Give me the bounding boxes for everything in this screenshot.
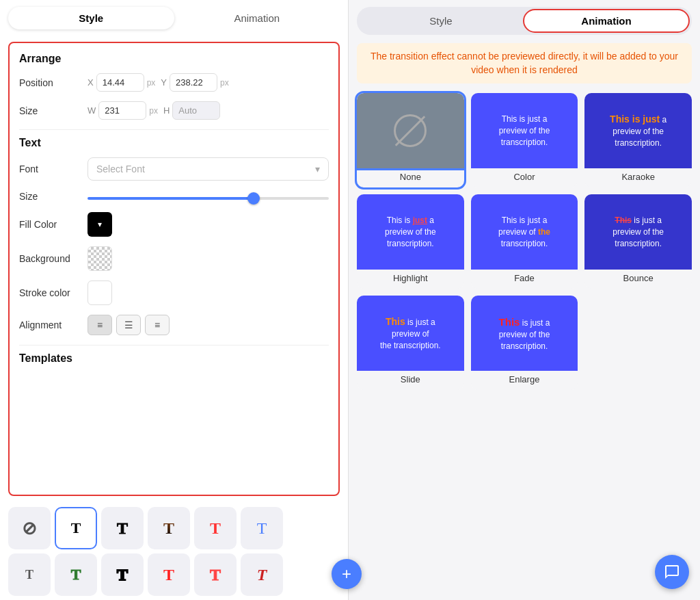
template-bold-black[interactable]: T [101, 507, 144, 549]
anim-highlight-text: This is just apreview of thetranscriptio… [381, 211, 440, 253]
template-none[interactable]: ⊘ [8, 507, 51, 549]
background-swatch[interactable] [88, 246, 112, 271]
template-green-bold[interactable]: T [55, 553, 97, 596]
position-inputs: X px Y px [88, 73, 229, 92]
template-plain[interactable]: T [55, 507, 97, 549]
chat-icon [664, 564, 680, 580]
style-section: Arrange Position X px Y px [8, 42, 340, 496]
tab-animation-left[interactable]: Animation [174, 7, 340, 29]
template-plain-icon: T [71, 519, 81, 537]
anim-fade-preview: This is just apreview of thetranscriptio… [471, 194, 578, 270]
template-italic-red-icon: T [257, 566, 267, 584]
anim-none-preview [357, 93, 464, 168]
anim-enlarge[interactable]: This is just apreview of thetranscriptio… [471, 296, 578, 390]
anim-highlight-preview: This is just apreview of thetranscriptio… [357, 194, 464, 270]
template-red-heavy[interactable]: T [148, 553, 190, 596]
anim-fade[interactable]: This is just apreview of thetranscriptio… [471, 194, 578, 289]
template-row-1: ⊘ T T T T T [8, 507, 340, 549]
anim-none[interactable]: None [357, 93, 464, 187]
no-icon [394, 114, 427, 147]
slide-this: This [386, 316, 405, 327]
anim-slide[interactable]: This is just apreview ofthe transcriptio… [357, 296, 464, 390]
animation-grid: None This is just apreview of thetranscr… [357, 93, 692, 390]
stroke-color-swatch[interactable] [88, 281, 112, 305]
h-input [172, 101, 220, 120]
left-tab-bar: Style Animation [0, 0, 348, 36]
anim-karaoke[interactable]: This is just apreview of thetranscriptio… [584, 93, 692, 187]
fill-color-row: Fill Color ▾ [19, 212, 329, 237]
template-blue-plain-icon: T [257, 519, 267, 538]
fade-word: the [538, 227, 550, 237]
template-small-plain[interactable]: T [8, 553, 51, 596]
anim-color[interactable]: This is just apreview of thetranscriptio… [471, 93, 578, 187]
align-center-button[interactable]: ☰ [116, 315, 141, 335]
right-panel: Style Animation The transition effect ca… [349, 0, 700, 600]
position-label: Position [19, 77, 88, 88]
fill-color-swatch[interactable]: ▾ [88, 212, 112, 237]
anim-bounce-preview: This is just apreview of thetranscriptio… [584, 194, 692, 270]
anim-fade-text: This is just apreview of thetranscriptio… [494, 211, 554, 253]
warning-banner: The transition effect cannot be previewe… [357, 43, 692, 83]
tab-style-right[interactable]: Style [359, 9, 523, 33]
template-black-heavy[interactable]: T [101, 553, 144, 596]
h-label: H [163, 105, 170, 116]
template-red-outline[interactable]: T [194, 507, 237, 549]
y-label: Y [161, 77, 167, 88]
y-input[interactable] [170, 73, 217, 92]
anim-bounce[interactable]: This is just apreview of thetranscriptio… [584, 194, 692, 289]
template-italic-red[interactable]: T [241, 553, 283, 596]
w-group: W px [88, 101, 158, 120]
alignment-buttons: ≡ ☰ ≡ [88, 315, 170, 335]
font-label: Font [19, 164, 88, 174]
template-blue-plain[interactable]: T [241, 507, 283, 549]
karaoke-highlight: This is just [610, 114, 660, 125]
text-size-row: Size [19, 190, 329, 203]
align-left-button[interactable]: ≡ [88, 315, 112, 335]
w-unit: px [149, 106, 158, 116]
fill-color-label: Fill Color [19, 219, 88, 230]
template-none-icon: ⊘ [22, 518, 37, 539]
stroke-color-row: Stroke color [19, 281, 329, 305]
align-right-button[interactable]: ≡ [145, 315, 170, 335]
template-black-heavy-icon: T [117, 566, 128, 584]
x-coord-group: X px [88, 73, 155, 92]
tab-animation-right[interactable]: Animation [523, 9, 690, 33]
anim-karaoke-text: This is just apreview of thetranscriptio… [606, 109, 671, 153]
enlarge-this: This [499, 316, 520, 328]
template-bold-gradient[interactable]: T [148, 507, 190, 549]
template-small-plain-icon: T [25, 568, 33, 582]
size-label: Size [19, 105, 88, 116]
w-input[interactable] [98, 101, 146, 120]
size-slider[interactable] [88, 197, 329, 200]
anim-bounce-label: Bounce [584, 270, 692, 289]
font-select-chevron: ▾ [315, 164, 320, 174]
font-select[interactable]: Select Font ▾ [88, 157, 329, 181]
alignment-label: Alignment [19, 319, 88, 330]
template-bold-black-icon: T [117, 519, 128, 538]
anim-slide-label: Slide [357, 371, 464, 390]
bounce-strike: This [615, 216, 632, 225]
anim-slide-preview: This is just apreview ofthe transcriptio… [357, 296, 464, 371]
x-unit: px [147, 78, 156, 88]
fab-left-icon: + [342, 566, 351, 582]
anim-enlarge-preview: This is just apreview of thetranscriptio… [471, 296, 578, 371]
template-bold-gradient-icon: T [163, 519, 174, 538]
font-select-placeholder: Select Font [96, 164, 145, 174]
tab-style-left[interactable]: Style [8, 7, 174, 29]
anim-highlight[interactable]: This is just apreview of thetranscriptio… [357, 194, 464, 289]
text-title: Text [19, 137, 329, 149]
anim-enlarge-text: This is just apreview of thetranscriptio… [495, 311, 554, 356]
fab-left[interactable]: + [332, 559, 362, 589]
h-group: H [163, 101, 220, 120]
x-input[interactable] [96, 73, 144, 92]
chat-fab[interactable] [655, 555, 689, 589]
w-label: W [88, 105, 96, 116]
template-red-heavy-icon: T [163, 566, 174, 584]
anim-karaoke-label: Karaoke [584, 168, 692, 187]
template-red-outline2[interactable]: T [194, 553, 237, 596]
position-row: Position X px Y px [19, 73, 329, 92]
anim-highlight-label: Highlight [357, 270, 464, 289]
templates-section: ⊘ T T T T T [0, 501, 348, 600]
text-size-label: Size [19, 191, 88, 202]
font-row: Font Select Font ▾ [19, 157, 329, 181]
